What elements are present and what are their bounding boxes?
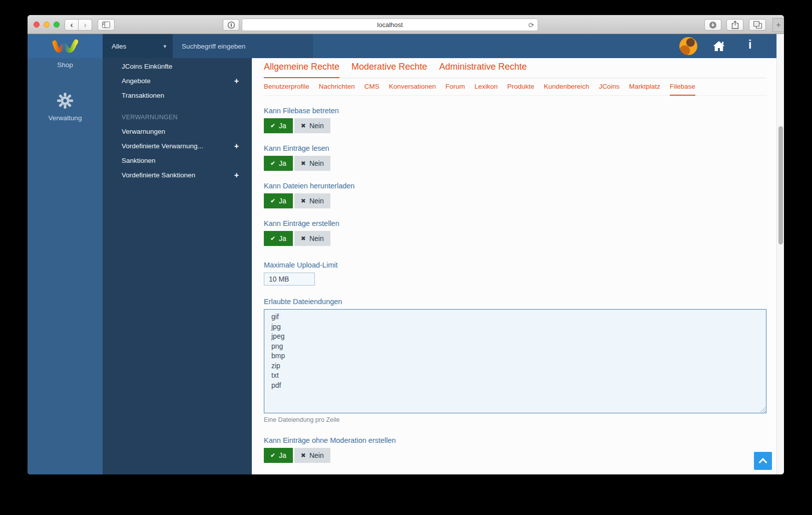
file-extensions-textarea[interactable]: gif jpg jpeg png bmp zip txt pdf	[264, 309, 766, 413]
sidebar-toggle-button[interactable]	[98, 19, 115, 31]
plus-icon: +	[776, 21, 780, 30]
sidebar-item-verwarnungen[interactable]: Verwarnungen	[103, 124, 252, 139]
info-button[interactable]: i	[748, 38, 751, 52]
permission-label: Kann Einträge lesen	[264, 144, 766, 152]
subtab-produkte[interactable]: Produkte	[507, 83, 534, 95]
scroll-to-top-button[interactable]	[754, 452, 772, 470]
onepassword-button[interactable]	[223, 19, 239, 31]
rail-item-shop[interactable]: Shop	[57, 60, 73, 69]
new-tab-button[interactable]: +	[772, 18, 784, 32]
traffic-lights	[34, 22, 60, 28]
share-button[interactable]	[726, 19, 743, 31]
no-button[interactable]: ✖ Nein	[294, 156, 330, 171]
sidebar-item-vordefinierte-verwarnungen[interactable]: Vordefinierte Verwarnung... +	[103, 139, 252, 153]
permission-group-eintraege-lesen: Kann Einträge lesen ✔ Ja ✖ Nein	[264, 144, 766, 171]
yes-label: Ja	[279, 234, 286, 242]
info-icon: i	[748, 38, 751, 51]
sidebar-item-angebote[interactable]: Angebote +	[103, 74, 252, 88]
home-icon	[712, 40, 725, 52]
yes-button[interactable]: ✔ Ja	[264, 231, 293, 246]
acp-header: Alles ▾ i	[28, 34, 776, 58]
share-icon	[731, 21, 739, 29]
back-button[interactable]: ‹	[65, 19, 79, 31]
no-label: Nein	[309, 159, 324, 167]
logo-cell[interactable]	[28, 34, 103, 58]
rail-item-verwaltung[interactable]: Verwaltung	[49, 92, 82, 122]
upload-limit-input[interactable]	[264, 273, 315, 286]
yes-label: Ja	[279, 197, 286, 205]
file-extensions-hint: Eine Dateiendung pro Zeile	[264, 416, 766, 423]
upload-limit-group: Maximale Upload-Limit	[264, 261, 766, 286]
tab-moderative-rechte[interactable]: Moderative Rechte	[351, 62, 427, 78]
search-scope-dropdown[interactable]: Alles ▾	[103, 34, 173, 58]
permission-group-ohne-moderation: Kann Einträge ohne Moderation erstellen …	[264, 436, 766, 463]
forward-button[interactable]: ›	[78, 19, 92, 31]
chevron-up-icon	[759, 458, 767, 466]
yes-label: Ja	[279, 451, 286, 459]
minimize-window-button[interactable]	[44, 22, 50, 28]
user-avatar[interactable]	[679, 37, 697, 55]
subtab-forum[interactable]: Forum	[446, 83, 465, 95]
tab-allgemeine-rechte[interactable]: Allgemeine Rechte	[264, 62, 339, 78]
upload-limit-label: Maximale Upload-Limit	[264, 261, 766, 269]
show-tabs-button[interactable]	[749, 19, 766, 31]
close-window-button[interactable]	[34, 22, 40, 28]
icon-rail: Shop	[28, 58, 103, 474]
address-bar[interactable]: localhost ⟳	[242, 19, 538, 31]
subtab-benutzerprofile[interactable]: Benutzerprofile	[264, 83, 309, 95]
sidebar-item-transaktionen[interactable]: Transaktionen	[103, 88, 252, 103]
no-button[interactable]: ✖ Nein	[294, 231, 330, 246]
sidebar-item-vordefinierte-sanktionen[interactable]: Vordefinierte Sanktionen +	[103, 168, 252, 182]
subtab-jcoins[interactable]: JCoins	[599, 83, 619, 95]
subtab-cms[interactable]: CMS	[364, 83, 379, 95]
forward-icon: ›	[84, 20, 87, 30]
main-content: Allgemeine Rechte Moderative Rechte Admi…	[252, 58, 776, 474]
yes-label: Ja	[279, 159, 286, 167]
woltlab-logo-icon	[52, 37, 78, 55]
subtab-filebase[interactable]: Filebase	[670, 83, 695, 96]
permission-group-dateien-herunterladen: Kann Dateien herunterladen ✔ Ja ✖ Nein	[264, 182, 766, 208]
sidebar-item-jcoins-einkuenfte[interactable]: JCoins Einkünfte	[103, 59, 252, 74]
x-icon: ✖	[301, 452, 306, 459]
url-text: localhost	[377, 21, 402, 29]
sidebar-item-sanktionen[interactable]: Sanktionen	[103, 153, 252, 168]
tab-administrative-rechte[interactable]: Administrative Rechte	[439, 62, 527, 78]
yes-button[interactable]: ✔ Ja	[264, 448, 293, 463]
subtab-konversationen[interactable]: Konversationen	[389, 83, 436, 95]
check-icon: ✔	[270, 160, 275, 167]
check-icon: ✔	[270, 122, 275, 129]
search-box	[173, 34, 313, 58]
add-icon[interactable]: +	[234, 171, 239, 180]
browser-toolbar: ‹ › localhost ⟳	[28, 15, 784, 34]
scrollbar-thumb[interactable]	[778, 126, 783, 244]
zoom-window-button[interactable]	[54, 22, 60, 28]
permission-label: Kann Dateien herunterladen	[264, 182, 766, 190]
no-button[interactable]: ✖ Nein	[294, 118, 330, 133]
chevron-down-icon: ▾	[163, 43, 166, 50]
sidebar-section-verwarnungen: VERWARNUNGEN	[103, 110, 252, 124]
subtab-kundenbereich[interactable]: Kundenbereich	[544, 83, 589, 95]
sidebar-toggle-icon	[102, 22, 110, 28]
no-button[interactable]: ✖ Nein	[294, 193, 330, 208]
permission-group-eintraege-erstellen: Kann Einträge erstellen ✔ Ja ✖ Nein	[264, 219, 766, 246]
add-icon[interactable]: +	[234, 77, 239, 86]
subtab-nachrichten[interactable]: Nachrichten	[319, 83, 355, 95]
subtab-marktplatz[interactable]: Marktplatz	[629, 83, 660, 95]
search-input[interactable]	[173, 43, 313, 50]
sidebar-item-label: Angebote	[122, 77, 151, 85]
browser-window: ‹ › localhost ⟳	[28, 15, 784, 474]
yes-button[interactable]: ✔ Ja	[264, 156, 293, 171]
add-icon[interactable]: +	[234, 142, 239, 151]
yes-button[interactable]: ✔ Ja	[264, 193, 293, 208]
sidebar-item-label: JCoins Einkünfte	[122, 63, 172, 70]
yes-button[interactable]: ✔ Ja	[264, 118, 293, 133]
subtab-bar: Benutzerprofile Nachrichten CMS Konversa…	[264, 83, 766, 96]
downloads-button[interactable]	[704, 19, 721, 31]
subtab-lexikon[interactable]: Lexikon	[475, 83, 498, 95]
sidebar-item-label: Vordefinierte Sanktionen	[122, 171, 195, 179]
permission-group-filebase-betreten: Kann Filebase betreten ✔ Ja ✖ Nein	[264, 107, 766, 133]
no-button[interactable]: ✖ Nein	[294, 448, 330, 463]
no-label: Nein	[309, 197, 324, 205]
reload-icon[interactable]: ⟳	[528, 21, 534, 29]
home-button[interactable]	[712, 40, 725, 54]
